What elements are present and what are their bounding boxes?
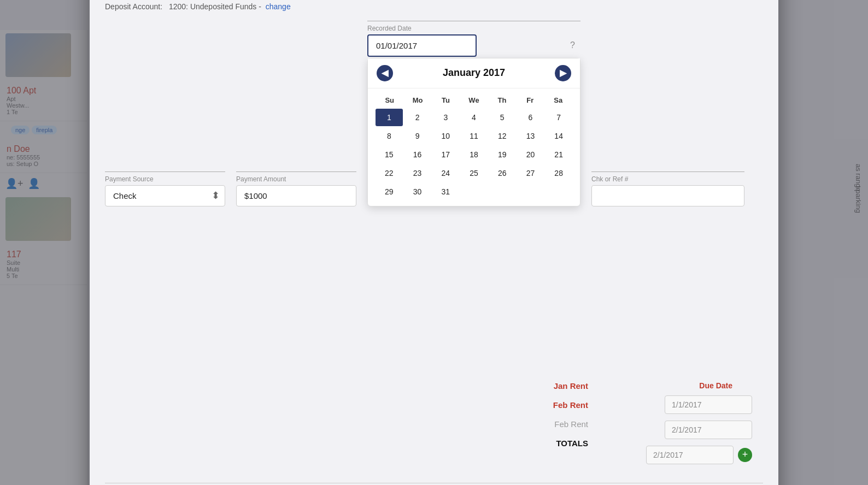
add-charge-button[interactable]: + <box>738 448 752 462</box>
calendar-month-year: January 2017 <box>443 67 505 79</box>
deposit-label: Deposit Account: <box>105 2 162 11</box>
payment-source-select[interactable]: Check Cash Credit Card ACH <box>105 185 225 206</box>
calendar-days: 1234567891011121314151617181920212223242… <box>376 109 572 200</box>
charge-row-totals: TOTALS <box>105 439 610 448</box>
cal-day-23[interactable]: 23 <box>404 164 431 182</box>
due-date-input-1[interactable] <box>665 395 752 414</box>
cal-day-5[interactable]: 5 <box>489 109 516 126</box>
cal-day-26[interactable]: 26 <box>489 164 516 182</box>
payment-amount-group: Payment Amount <box>236 171 356 206</box>
weekday-su: Su <box>376 94 403 107</box>
cal-day-10[interactable]: 10 <box>432 127 459 145</box>
cal-day-9[interactable]: 9 <box>404 127 431 145</box>
weekday-mo: Mo <box>403 94 431 107</box>
cal-day-21[interactable]: 21 <box>545 146 572 163</box>
footer-divider <box>105 483 763 483</box>
recorded-date-input[interactable] <box>367 34 477 57</box>
cal-day-14[interactable]: 14 <box>545 127 572 145</box>
chk-ref-group: Chk or Ref # <box>591 171 744 206</box>
cal-day-29[interactable]: 29 <box>376 183 403 200</box>
date-question-icon: ? <box>570 40 575 50</box>
charge-label-jan-rent: Jan Rent <box>554 381 588 391</box>
due-date-row-3: + <box>646 446 752 464</box>
weekday-tu: Tu <box>432 94 460 107</box>
weekday-we: We <box>460 94 488 107</box>
fields-row: Payment Source Check Cash Credit Card AC… <box>105 21 763 206</box>
chk-ref-input[interactable] <box>591 185 744 206</box>
calendar-header: ◀ January 2017 ▶ <box>368 58 580 88</box>
due-date-input-2[interactable] <box>665 421 752 439</box>
weekday-sa: Sa <box>544 94 572 107</box>
cal-day-2[interactable]: 2 <box>404 109 431 126</box>
cal-day-16[interactable]: 16 <box>404 146 431 163</box>
charge-label-feb-rent-2: Feb Rent <box>554 419 588 429</box>
recorded-date-label: Recorded Date <box>367 21 580 32</box>
due-date-header: Due Date <box>699 381 732 390</box>
payment-source-select-wrapper: Check Cash Credit Card ACH ⬍ <box>105 185 225 206</box>
cal-day-20[interactable]: 20 <box>517 146 544 163</box>
chk-ref-label: Chk or Ref # <box>591 171 744 183</box>
payment-source-group: Payment Source Check Cash Credit Card AC… <box>105 171 225 206</box>
cal-day-1[interactable]: 1 <box>376 109 403 126</box>
deposit-change-link[interactable]: change <box>266 2 291 11</box>
due-date-input-3[interactable] <box>646 446 734 464</box>
cal-day-30[interactable]: 30 <box>404 183 431 200</box>
calendar-next-button[interactable]: ▶ <box>555 65 571 81</box>
charges-labels-area: Jan Rent Feb Rent Feb Rent TOTALS <box>105 381 610 471</box>
cal-day-13[interactable]: 13 <box>517 127 544 145</box>
cal-day-17[interactable]: 17 <box>432 146 459 163</box>
charge-row-1: Jan Rent <box>105 381 610 391</box>
calendar-prev-button[interactable]: ◀ <box>377 65 393 81</box>
cal-day-6[interactable]: 6 <box>517 109 544 126</box>
cal-day-27[interactable]: 27 <box>517 164 544 182</box>
calendar-popup: ◀ January 2017 ▶ Su Mo Tu We Th Fr <box>367 58 580 206</box>
modal-body: JOHN DOE - 100 WESTWARD WAY - APT 1 Depo… <box>90 0 778 483</box>
cal-day-4[interactable]: 4 <box>460 109 488 126</box>
cal-day-24[interactable]: 24 <box>432 164 459 182</box>
deposit-row: Deposit Account: 1200: Undeposited Funds… <box>105 2 763 11</box>
cal-day-19[interactable]: 19 <box>489 146 516 163</box>
cal-day-12[interactable]: 12 <box>489 127 516 145</box>
payment-amount-label: Payment Amount <box>236 171 356 183</box>
due-date-row-1 <box>665 395 752 414</box>
cal-day-25[interactable]: 25 <box>460 164 488 182</box>
calendar-grid: Su Mo Tu We Th Fr Sa 1234567891011121314… <box>368 88 580 206</box>
weekday-th: Th <box>488 94 516 107</box>
charges-area: Jan Rent Feb Rent Feb Rent TOTALS Due Da… <box>105 381 763 471</box>
cal-day-18[interactable]: 18 <box>460 146 488 163</box>
cal-day-8[interactable]: 8 <box>376 127 403 145</box>
calendar-weekdays: Su Mo Tu We Th Fr Sa <box>376 94 572 107</box>
cal-day-15[interactable]: 15 <box>376 146 403 163</box>
cal-day-7[interactable]: 7 <box>545 109 572 126</box>
charge-row-3: Feb Rent <box>105 419 610 429</box>
due-dates-area: Due Date + <box>610 381 752 471</box>
date-input-wrapper: ? <box>367 34 580 57</box>
due-date-row-2 <box>665 421 752 439</box>
cal-day-28[interactable]: 28 <box>545 164 572 182</box>
payment-amount-input[interactable] <box>236 185 356 206</box>
charge-row-2: Feb Rent <box>105 400 610 410</box>
weekday-fr: Fr <box>516 94 544 107</box>
charge-label-feb-rent-1: Feb Rent <box>553 400 588 410</box>
recorded-date-group: Recorded Date ? ◀ January 2017 ▶ <box>367 21 580 206</box>
cal-day-31[interactable]: 31 <box>432 183 459 200</box>
cal-day-22[interactable]: 22 <box>376 164 403 182</box>
record-payment-modal: Record Payment × JOHN DOE - 100 WESTWARD… <box>90 0 778 485</box>
tenant-info: JOHN DOE - 100 WESTWARD WAY - APT 1 Depo… <box>105 0 763 11</box>
cal-day-11[interactable]: 11 <box>460 127 488 145</box>
cal-day-3[interactable]: 3 <box>432 109 459 126</box>
deposit-value: 1200: Undeposited Funds - <box>169 2 261 11</box>
totals-label: TOTALS <box>556 439 588 448</box>
modal-overlay: Record Payment × JOHN DOE - 100 WESTWARD… <box>0 0 868 485</box>
payment-source-label: Payment Source <box>105 171 225 183</box>
